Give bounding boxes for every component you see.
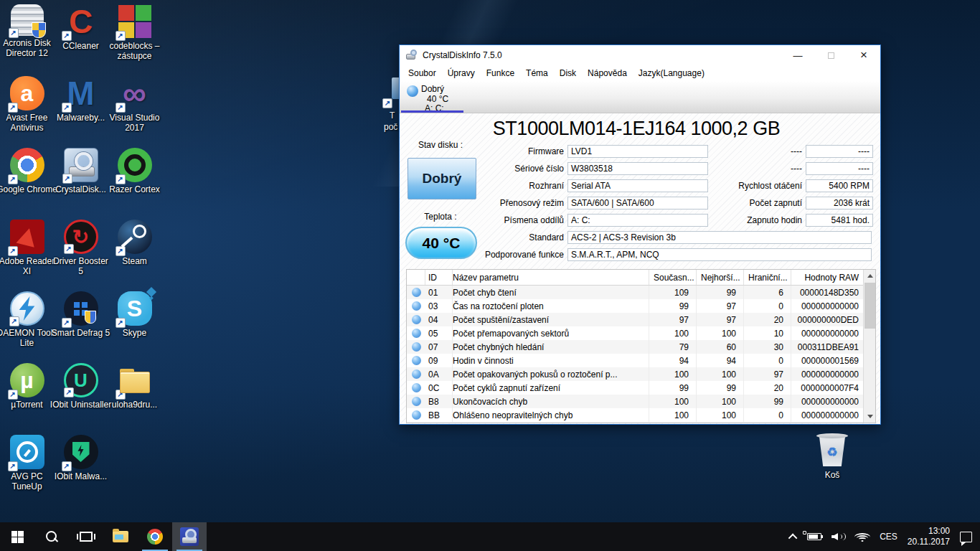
shortcut-arrow-icon: ↗ bbox=[382, 98, 392, 108]
menu-item[interactable]: Soubor bbox=[402, 67, 442, 80]
desktop-icon-label: Acronis Disk Director 12 bbox=[0, 38, 58, 58]
taskbar-chrome[interactable] bbox=[138, 522, 172, 551]
desktop-icon-label: Skype bbox=[104, 328, 166, 338]
field-row: Počet zapnutí 2036 krát bbox=[715, 197, 873, 209]
smart-row[interactable]: BB Ohlášeno neopravitelných chyb 100 100… bbox=[407, 408, 863, 422]
field-row: Zapnuto hodin 5481 hod. bbox=[715, 214, 873, 227]
desktop-icon-utorrent[interactable]: µ µTorrent bbox=[0, 363, 54, 435]
desktop-icon-visual-studio[interactable]: ∞ Visual Studio 2017 bbox=[108, 76, 161, 148]
desktop-icon-label: Google Chrome bbox=[0, 184, 58, 194]
desktop-icon-google-chrome[interactable]: Google Chrome bbox=[0, 148, 54, 220]
minimize-button[interactable]: — bbox=[781, 45, 814, 65]
shortcut-arrow-icon bbox=[62, 461, 72, 471]
task-view-button[interactable] bbox=[69, 522, 103, 551]
desktop-icon-iobit-malware-fighter[interactable]: IObit Malwa... bbox=[54, 435, 108, 507]
tray-battery[interactable] bbox=[802, 522, 826, 551]
attr-current: 94 bbox=[649, 354, 697, 367]
desktop-icon-label: Smart Defrag 5 bbox=[50, 328, 112, 338]
attr-current: 100 bbox=[649, 326, 697, 340]
attr-name: Počet cyklů zapnutí zařízení bbox=[453, 381, 649, 395]
close-button[interactable]: × bbox=[847, 45, 880, 65]
desktop-icon-daemon-tools[interactable]: DAEMON Tools Lite bbox=[0, 291, 54, 363]
tray-language[interactable]: CES bbox=[875, 522, 903, 551]
attribute-status-dot-icon bbox=[412, 356, 421, 365]
smart-row[interactable]: 0A Počet opakovaných pokusů o roztočení … bbox=[407, 367, 863, 381]
attr-id: 0A bbox=[425, 367, 453, 381]
tray-clock[interactable]: 13:00 20.11.2017 bbox=[903, 522, 955, 551]
maximize-button[interactable] bbox=[814, 45, 847, 65]
scrollbar-thumb[interactable] bbox=[864, 283, 875, 329]
desktop-icon-iobit-uninstaller[interactable]: U IObit Uninstaller bbox=[54, 363, 108, 435]
desktop-icon-steam[interactable]: Steam bbox=[108, 220, 161, 291]
windows-logo-icon bbox=[11, 531, 24, 543]
scroll-up-arrow[interactable] bbox=[864, 270, 876, 282]
taskbar-search-button[interactable] bbox=[34, 522, 69, 551]
desktop-icon-avast[interactable]: a Avast Free Antivirus bbox=[0, 76, 54, 148]
titlebar[interactable]: CrystalDiskInfo 7.5.0 — × bbox=[400, 45, 880, 65]
smart-row[interactable]: 04 Počet spuštění/zastavení 97 97 20 000… bbox=[407, 313, 863, 326]
tray-wifi[interactable] bbox=[850, 522, 875, 551]
attr-current: 109 bbox=[649, 286, 697, 299]
smart-row[interactable]: 01 Počet chyb čtení 109 99 6 00000148D35… bbox=[407, 286, 863, 299]
field-label: Firmware bbox=[400, 146, 567, 156]
desktop-icon-ccleaner[interactable]: C CCleaner bbox=[54, 4, 108, 76]
disk-model-title: ST1000LM014-1EJ164 1000,2 GB bbox=[400, 118, 873, 140]
attribute-status-dot-icon bbox=[412, 397, 421, 406]
tray-volume[interactable] bbox=[826, 522, 850, 551]
attr-raw: 000000000000 bbox=[791, 369, 863, 380]
smart-row[interactable]: 05 Počet přemapovaných sektorů 100 100 1… bbox=[407, 326, 863, 340]
menu-item[interactable]: Nápověda bbox=[582, 67, 633, 80]
desktop-icon-codeblocks[interactable]: codeblocks – zástupce bbox=[108, 4, 161, 76]
menu-item[interactable]: Disk bbox=[554, 67, 582, 80]
desktop-icon-label: Steam bbox=[104, 256, 166, 266]
desktop-icon-acronis-disk-director[interactable]: Acronis Disk Director 12 bbox=[0, 4, 54, 76]
recycle-bin-icon[interactable]: ♻ bbox=[814, 432, 851, 468]
desktop-icon-label: CCleaner bbox=[50, 41, 112, 51]
field-label: ---- bbox=[715, 164, 806, 174]
desktop-icon-label: µTorrent bbox=[0, 400, 58, 410]
desktop-icon-recycle-bin[interactable]: ♻ Koš bbox=[806, 432, 858, 480]
smart-row[interactable]: 0C Počet cyklů zapnutí zařízení 99 99 20… bbox=[407, 381, 863, 395]
field-row: ---- ---- bbox=[715, 162, 873, 175]
desktop-icon-malwarebytes[interactable]: M Malwareby... bbox=[54, 76, 108, 148]
menu-item[interactable]: Téma bbox=[520, 67, 554, 80]
smart-row[interactable]: 07 Počet chybných hledání 79 60 30 00031… bbox=[407, 340, 863, 354]
tray-show-hidden-icons[interactable] bbox=[786, 522, 802, 551]
desktop-icon-uloha9dru[interactable]: uloha9dru... bbox=[108, 363, 161, 435]
desktop-icon-skype[interactable]: S Skype bbox=[108, 291, 161, 363]
start-button[interactable] bbox=[0, 522, 34, 551]
desktop-icon-driver-booster[interactable]: ↻ Driver Booster 5 bbox=[54, 220, 108, 291]
desktop-icon-adobe-reader[interactable]: Adobe Reader XI bbox=[0, 220, 54, 291]
menu-item[interactable]: Jazyk(Language) bbox=[633, 67, 710, 80]
header-name: Název parametru bbox=[453, 270, 649, 285]
attribute-status-dot-icon bbox=[412, 342, 421, 352]
desktop-icon-avg-pc-tuneup[interactable]: AVG PC TuneUp bbox=[0, 435, 54, 507]
desktop-icon-smart-defrag[interactable]: Smart Defrag 5 bbox=[54, 291, 108, 363]
shortcut-arrow-icon bbox=[116, 318, 126, 328]
smart-row[interactable]: 09 Hodin v činnosti 94 94 0 000000001569 bbox=[407, 354, 863, 367]
disk-selector-bar[interactable]: Dobrý 40 °C A: C: bbox=[400, 81, 880, 113]
smart-row-partial[interactable] bbox=[407, 422, 863, 423]
action-center-button[interactable] bbox=[955, 522, 977, 551]
taskbar-crystaldiskinfo[interactable] bbox=[172, 522, 207, 551]
attr-raw: 000000000000 bbox=[791, 301, 863, 311]
menu-item[interactable]: Funkce bbox=[481, 67, 520, 80]
desktop-icon-razer-cortex[interactable]: Razer Cortex bbox=[108, 148, 161, 220]
scroll-down-arrow[interactable] bbox=[864, 410, 876, 423]
taskbar-file-explorer[interactable] bbox=[103, 522, 138, 551]
field-value: S.M.A.R.T., APM, NCQ bbox=[567, 248, 872, 261]
speaker-icon bbox=[831, 533, 838, 540]
table-scrollbar[interactable] bbox=[863, 270, 875, 423]
field-label: Písmena oddílů bbox=[400, 215, 567, 225]
shortcut-arrow-icon bbox=[116, 174, 126, 184]
menu-item[interactable]: Úpravy bbox=[442, 67, 481, 80]
smart-table-rows: 01 Počet chyb čtení 109 99 6 00000148D35… bbox=[407, 286, 863, 423]
shortcut-arrow-icon bbox=[64, 387, 74, 397]
desktop-icon-label: Avast Free Antivirus bbox=[0, 113, 58, 133]
action-center-icon bbox=[960, 532, 972, 542]
attr-id: BB bbox=[425, 408, 453, 422]
smart-row[interactable]: 03 Čas na roztočení ploten 99 97 0 00000… bbox=[407, 299, 863, 313]
attr-threshold: 0 bbox=[744, 408, 791, 422]
smart-row[interactable]: B8 Ukončovacích chyb 100 100 99 00000000… bbox=[407, 395, 863, 408]
desktop-icon-crystaldiskinfo[interactable]: CrystalDisk... bbox=[54, 148, 108, 220]
